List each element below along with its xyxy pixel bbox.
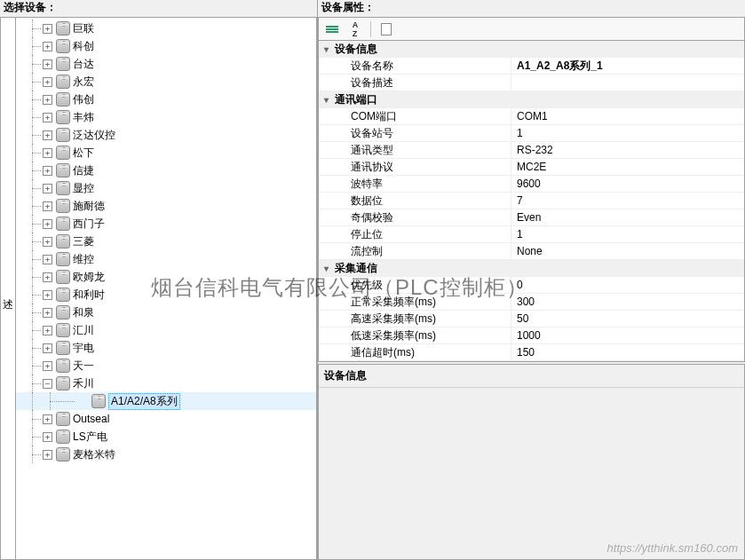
property-key: 通讯协议: [333, 160, 511, 175]
tree-node-vendor[interactable]: +LS产电: [16, 428, 316, 446]
expand-icon[interactable]: +: [43, 59, 52, 69]
expand-icon[interactable]: +: [43, 166, 52, 176]
property-value[interactable]: 300: [511, 294, 744, 310]
property-value[interactable]: 50: [511, 311, 744, 327]
tree-node-device[interactable]: A1/A2/A8系列: [16, 392, 316, 410]
expand-icon[interactable]: +: [43, 42, 52, 51]
tree-node-vendor[interactable]: +宇电: [16, 339, 316, 357]
tree-node-vendor[interactable]: +维控: [16, 250, 316, 268]
device-group-icon: [56, 270, 70, 284]
tree-node-vendor[interactable]: +汇川: [16, 321, 316, 339]
property-key: 奇偶校验: [333, 210, 511, 225]
collapse-icon[interactable]: ▾: [319, 95, 333, 105]
tree-node-vendor[interactable]: +Outseal: [16, 410, 316, 428]
property-value[interactable]: MC2E: [511, 159, 744, 175]
tree-node-vendor[interactable]: +欧姆龙: [16, 268, 316, 286]
property-row[interactable]: 设备站号1: [319, 125, 744, 142]
expand-icon[interactable]: +: [43, 184, 52, 193]
property-row[interactable]: COM端口COM1: [319, 108, 744, 125]
expand-icon[interactable]: +: [43, 361, 52, 371]
expand-icon[interactable]: +: [43, 95, 52, 105]
expand-icon[interactable]: +: [43, 290, 52, 300]
expand-icon[interactable]: +: [43, 450, 52, 460]
expand-icon[interactable]: +: [43, 24, 52, 34]
tree-node-vendor[interactable]: +伟创: [16, 91, 316, 108]
expand-icon[interactable]: +: [43, 432, 52, 442]
expand-icon[interactable]: +: [43, 272, 52, 282]
property-value[interactable]: 0: [511, 277, 744, 293]
property-row[interactable]: 流控制None: [319, 243, 744, 260]
property-group-header[interactable]: ▾采集通信: [319, 260, 744, 277]
property-pages-button[interactable]: [376, 20, 396, 38]
property-row[interactable]: 通讯类型RS-232: [319, 142, 744, 159]
expand-icon[interactable]: +: [43, 219, 52, 229]
property-value[interactable]: [511, 75, 744, 91]
property-row[interactable]: 低速采集频率(ms)1000: [319, 327, 744, 344]
property-group-header[interactable]: ▾设备信息: [319, 41, 744, 58]
property-value[interactable]: 150: [511, 344, 744, 360]
property-row[interactable]: 设备描述: [319, 75, 744, 91]
tree-node-vendor[interactable]: +麦格米特: [16, 446, 316, 463]
categorize-button[interactable]: [322, 20, 342, 38]
expand-icon[interactable]: +: [43, 343, 52, 353]
tree-node-vendor[interactable]: +显控: [16, 179, 316, 197]
property-row[interactable]: 奇偶校验Even: [319, 209, 744, 226]
tree-node-vendor[interactable]: +科创: [16, 37, 316, 55]
property-value[interactable]: 9600: [511, 176, 744, 192]
tree-node-vendor[interactable]: +和泉: [16, 304, 316, 321]
tree-node-vendor[interactable]: +三菱: [16, 233, 316, 250]
alpha-sort-button[interactable]: AZ: [345, 20, 365, 38]
property-value[interactable]: COM1: [511, 108, 744, 124]
tree-node-vendor[interactable]: +巨联: [16, 20, 316, 37]
property-row[interactable]: 数据位7: [319, 193, 744, 209]
device-tree[interactable]: +巨联+科创+台达+永宏+伟创+丰炜+泛达仪控+松下+信捷+显控+施耐德+西门子…: [16, 17, 317, 560]
expand-icon[interactable]: +: [43, 201, 52, 211]
collapse-icon[interactable]: ▾: [319, 44, 333, 54]
tree-node-vendor[interactable]: +丰炜: [16, 108, 316, 126]
property-value[interactable]: A1_A2_A8系列_1: [511, 58, 744, 74]
tree-node-vendor[interactable]: +松下: [16, 144, 316, 162]
property-row[interactable]: 设备名称A1_A2_A8系列_1: [319, 58, 744, 75]
property-grid[interactable]: ▾设备信息设备名称A1_A2_A8系列_1设备描述▾通讯端口COM端口COM1设…: [318, 40, 745, 362]
tree-node-vendor[interactable]: +台达: [16, 55, 316, 73]
expand-icon[interactable]: +: [43, 77, 52, 87]
tree-node-vendor[interactable]: +泛达仪控: [16, 126, 316, 144]
expand-icon[interactable]: +: [43, 113, 52, 122]
device-group-icon: [56, 57, 70, 71]
property-group-header[interactable]: ▾通讯端口: [319, 91, 744, 108]
expand-icon[interactable]: +: [43, 130, 52, 140]
property-value[interactable]: RS-232: [511, 142, 744, 158]
property-row[interactable]: 高速采集频率(ms)50: [319, 311, 744, 327]
expand-icon[interactable]: +: [43, 237, 52, 247]
property-row[interactable]: 通信超时(ms)150: [319, 344, 744, 361]
property-value[interactable]: Even: [511, 209, 744, 225]
property-row[interactable]: 优先级0: [319, 277, 744, 294]
property-key: 通讯类型: [333, 143, 511, 158]
property-row[interactable]: 正常采集频率(ms)300: [319, 294, 744, 311]
property-value[interactable]: 1: [511, 226, 744, 242]
property-row[interactable]: 波特率9600: [319, 176, 744, 193]
property-value[interactable]: 1: [511, 125, 744, 141]
property-value[interactable]: 7: [511, 193, 744, 209]
expand-icon[interactable]: +: [43, 255, 52, 264]
tree-node-vendor[interactable]: +信捷: [16, 162, 316, 179]
expand-icon[interactable]: +: [43, 414, 52, 424]
property-row[interactable]: 停止位1: [319, 226, 744, 243]
expand-icon[interactable]: +: [43, 308, 52, 318]
tree-node-vendor[interactable]: +施耐德: [16, 197, 316, 215]
tree-node-vendor[interactable]: +天一: [16, 357, 316, 375]
expand-icon[interactable]: +: [43, 326, 52, 335]
tree-node-vendor[interactable]: +永宏: [16, 73, 316, 91]
collapse-icon[interactable]: −: [43, 379, 52, 389]
tree-node-label: LS产电: [73, 430, 107, 445]
tree-node-vendor[interactable]: −禾川: [16, 375, 316, 392]
expand-icon[interactable]: +: [43, 148, 52, 158]
property-row[interactable]: 通讯协议MC2E: [319, 159, 744, 176]
property-value[interactable]: 1000: [511, 327, 744, 343]
collapse-icon[interactable]: ▾: [319, 264, 333, 273]
side-tab[interactable]: 述: [0, 17, 16, 560]
property-value[interactable]: None: [511, 243, 744, 259]
tree-node-vendor[interactable]: +和利时: [16, 286, 316, 304]
device-group-icon: [56, 323, 70, 337]
tree-node-vendor[interactable]: +西门子: [16, 215, 316, 233]
